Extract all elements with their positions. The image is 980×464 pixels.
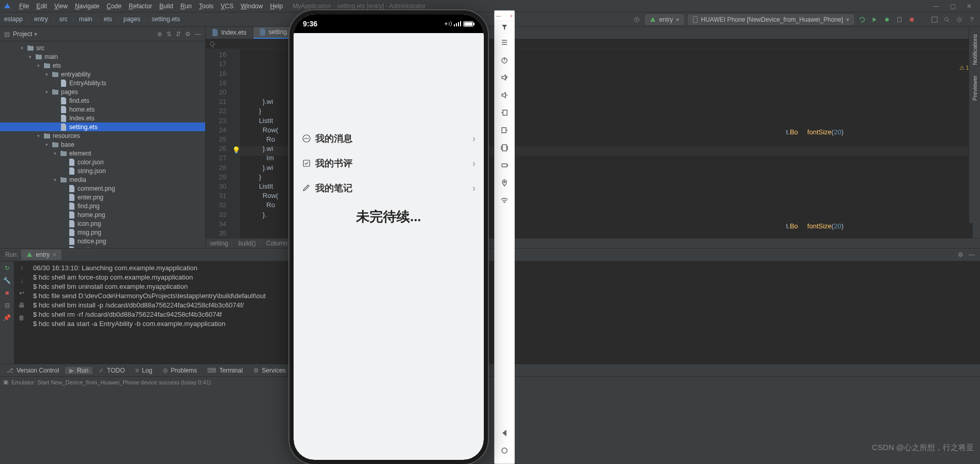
tree-file[interactable]: msg.png: [0, 228, 205, 237]
menu-refactor[interactable]: Refactor: [125, 3, 156, 10]
stop-icon[interactable]: [908, 16, 916, 24]
breadcrumb[interactable]: ets: [104, 16, 112, 23]
volume-up-icon[interactable]: [495, 69, 514, 86]
bottom-tab-todo[interactable]: ✓TODO: [95, 367, 129, 374]
run-config-dropdown[interactable]: entry ▾: [645, 14, 684, 25]
tree-file[interactable]: home.png: [0, 210, 205, 219]
layout-icon[interactable]: ⊟: [5, 302, 10, 309]
menu-window[interactable]: Window: [237, 3, 267, 10]
tree-folder[interactable]: ▾element: [0, 149, 205, 158]
filter-icon[interactable]: [501, 21, 508, 34]
breadcrumb[interactable]: pages: [124, 16, 141, 23]
target-icon[interactable]: [633, 16, 641, 24]
pin-icon[interactable]: 📌: [3, 314, 11, 321]
search-everywhere-icon[interactable]: [943, 16, 951, 24]
vtab-notifications[interactable]: Notifications: [971, 29, 979, 70]
print-icon[interactable]: 🖶: [19, 302, 25, 309]
tree-folder[interactable]: ▾resources: [0, 131, 205, 140]
breadcrumb[interactable]: estapp: [4, 16, 23, 23]
tree-file[interactable]: EntryAbility.ts: [0, 79, 205, 87]
reload-icon[interactable]: [858, 16, 866, 24]
menu-vcs[interactable]: VCS: [217, 3, 237, 10]
volume-down-icon[interactable]: [495, 86, 514, 104]
tree-file[interactable]: enter.png: [0, 193, 205, 202]
editor-bc[interactable]: setting: [210, 240, 228, 247]
breadcrumb[interactable]: main: [79, 16, 93, 23]
layout-icon[interactable]: [930, 16, 939, 24]
coverage-icon[interactable]: [895, 16, 904, 24]
bottom-tab-run[interactable]: ▶Run: [65, 367, 93, 374]
stop-icon[interactable]: ■: [5, 289, 9, 297]
hide-icon[interactable]: —: [195, 30, 201, 38]
tree-file[interactable]: notice.png: [0, 237, 205, 245]
bottom-tab-services[interactable]: ⚙Services: [249, 367, 290, 374]
breadcrumb[interactable]: src: [59, 16, 68, 23]
close-button[interactable]: ✕: [966, 3, 973, 10]
tree-file[interactable]: icon.png: [0, 219, 205, 228]
bottom-tab-log[interactable]: ≡Log: [131, 367, 157, 374]
down-icon[interactable]: ↓: [20, 277, 23, 284]
run-tab[interactable]: entry ×: [21, 250, 62, 260]
device-dropdown[interactable]: HUAWEI Phone [NewDevice_from_Huawei_Phon…: [688, 14, 854, 25]
tree-folder[interactable]: ▾media: [0, 175, 205, 184]
settings-icon[interactable]: [955, 16, 963, 24]
menu-build[interactable]: Build: [156, 3, 177, 10]
help-icon[interactable]: ?: [968, 16, 976, 24]
power-icon[interactable]: [495, 51, 514, 69]
menu-edit[interactable]: Edit: [33, 3, 51, 10]
clear-icon[interactable]: 🗑: [19, 314, 25, 321]
project-label[interactable]: Project: [13, 30, 32, 38]
tree-folder[interactable]: ▾base: [0, 140, 205, 149]
pt-minimize[interactable]: —: [496, 13, 501, 19]
editor-tab[interactable]: Index.ets: [206, 27, 253, 39]
wrap-icon[interactable]: ↩: [19, 289, 24, 297]
run-icon[interactable]: [870, 16, 879, 24]
bottom-tab-problems[interactable]: ⊘Problems: [159, 367, 202, 374]
tree-file[interactable]: color.json: [0, 158, 205, 166]
tree-folder[interactable]: ▾entryability: [0, 70, 205, 79]
location-icon[interactable]: [495, 174, 514, 192]
editor-bc[interactable]: Column: [266, 240, 287, 247]
expand-icon[interactable]: ⇅: [166, 30, 172, 38]
fit-icon[interactable]: [495, 139, 514, 157]
breadcrumb[interactable]: entry: [34, 16, 48, 23]
editor-bc[interactable]: build(): [238, 240, 255, 247]
settings-item[interactable]: 我的笔记›: [294, 176, 484, 200]
breadcrumb[interactable]: setting.ets: [151, 16, 180, 23]
rotate-right-icon[interactable]: [495, 121, 514, 139]
tree-file[interactable]: setting.png: [0, 245, 205, 248]
tree-folder[interactable]: ▾src: [0, 43, 205, 52]
menu-code[interactable]: Code: [103, 3, 125, 10]
menu-icon[interactable]: [495, 34, 514, 51]
rerun-icon[interactable]: ↻: [5, 265, 10, 272]
up-icon[interactable]: ↑: [20, 265, 23, 272]
tree-file[interactable]: comment.png: [0, 184, 205, 193]
debug-icon[interactable]: [883, 16, 891, 24]
menu-help[interactable]: Help: [266, 3, 286, 10]
menu-run[interactable]: Run: [177, 3, 195, 10]
rotate-left-icon[interactable]: [495, 104, 514, 121]
tree-file[interactable]: Index.ets: [0, 114, 205, 122]
pt-close[interactable]: ×: [510, 13, 513, 19]
tree-folder[interactable]: ▾main: [0, 52, 205, 61]
run-hide-icon[interactable]: —: [969, 251, 975, 258]
tree-file[interactable]: setting.ets: [0, 122, 205, 131]
settings-item[interactable]: 我的书评›: [294, 151, 484, 176]
tree-file[interactable]: find.png: [0, 202, 205, 210]
locate-icon[interactable]: ⊕: [157, 30, 162, 38]
tree-file[interactable]: find.ets: [0, 96, 205, 105]
tree-folder[interactable]: ▾ets: [0, 61, 205, 70]
maximize-button[interactable]: ▢: [949, 3, 956, 10]
bottom-tab-version-control[interactable]: ⎇Version Control: [2, 367, 63, 374]
menu-navigate[interactable]: Navigate: [71, 3, 103, 10]
battery-frame-icon[interactable]: [495, 157, 514, 174]
back-icon[interactable]: [495, 424, 514, 442]
collapse-icon[interactable]: ⇵: [176, 30, 181, 38]
gear-icon[interactable]: ⚙: [185, 30, 191, 38]
menu-view[interactable]: View: [51, 3, 71, 10]
wifi-icon[interactable]: [495, 192, 514, 209]
tree-file[interactable]: home.ets: [0, 105, 205, 114]
menu-file[interactable]: File: [16, 3, 33, 10]
minimize-button[interactable]: —: [932, 3, 940, 10]
settings-item[interactable]: 我的消息›: [294, 126, 484, 151]
